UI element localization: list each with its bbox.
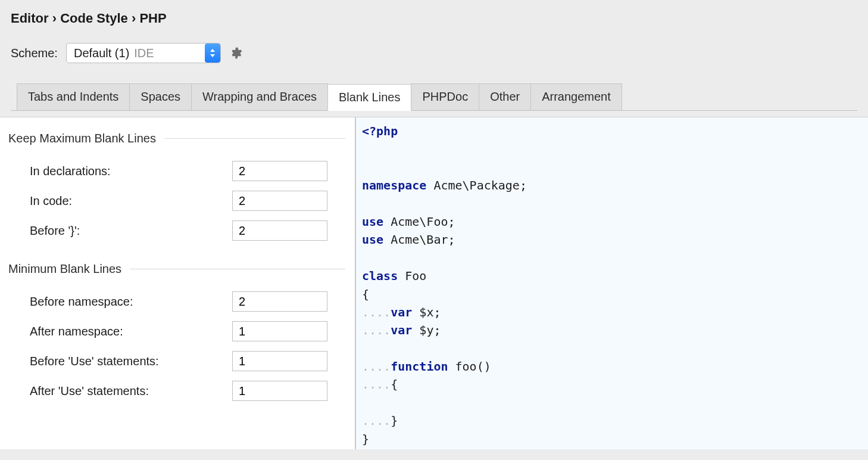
section-title-text: Keep Maximum Blank Lines (8, 132, 156, 145)
tab-phpdoc[interactable]: PHPDoc (411, 83, 479, 110)
tab-wrapping-and-braces[interactable]: Wrapping and Braces (191, 83, 328, 110)
gear-icon[interactable] (229, 46, 242, 60)
code-block: <?php namespace Acme\Package; use Acme\F… (362, 122, 862, 448)
tab-spaces[interactable]: Spaces (129, 83, 192, 110)
tab-bar: Tabs and Indents Spaces Wrapping and Bra… (11, 83, 857, 111)
section-divider (130, 269, 345, 269)
scheme-label: Scheme: (11, 46, 58, 60)
tab-blank-lines[interactable]: Blank Lines (327, 84, 411, 111)
input-after-use[interactable] (232, 381, 327, 401)
section-minimum: Minimum Blank Lines (8, 262, 345, 276)
tab-tabs-and-indents[interactable]: Tabs and Indents (17, 83, 130, 110)
label-in-code: In code: (30, 194, 232, 208)
tab-other[interactable]: Other (479, 83, 531, 110)
breadcrumb-seg-codestyle: Code Style (60, 11, 128, 26)
input-before-brace[interactable] (232, 220, 327, 241)
section-keep-maximum: Keep Maximum Blank Lines (8, 132, 345, 145)
breadcrumb-sep: › (132, 11, 136, 26)
chevron-up-down-icon[interactable] (205, 43, 220, 63)
label-after-namespace: After namespace: (30, 325, 232, 338)
breadcrumb-seg-php: PHP (139, 11, 166, 26)
label-after-use: After 'Use' statements: (30, 384, 232, 398)
label-before-namespace: Before namespace: (30, 295, 232, 309)
input-after-namespace[interactable] (232, 321, 327, 341)
scheme-scope: IDE (134, 46, 154, 60)
scheme-select[interactable]: Default (1) IDE (66, 43, 221, 63)
scheme-value: Default (1) (74, 46, 129, 60)
breadcrumb-sep: › (52, 11, 57, 26)
label-in-declarations: In declarations: (30, 164, 232, 178)
section-divider (164, 138, 345, 139)
label-before-use: Before 'Use' statements: (30, 355, 232, 368)
breadcrumb: Editor › Code Style › PHP (11, 11, 857, 26)
settings-pane: Keep Maximum Blank Lines In declarations… (0, 117, 356, 449)
code-preview: <?php namespace Acme\Package; use Acme\F… (356, 117, 868, 449)
label-before-brace: Before '}': (30, 224, 232, 238)
input-in-declarations[interactable] (232, 161, 327, 181)
breadcrumb-seg-editor: Editor (11, 11, 49, 26)
section-title-text: Minimum Blank Lines (8, 262, 121, 276)
input-before-namespace[interactable] (232, 291, 327, 312)
tab-arrangement[interactable]: Arrangement (530, 83, 622, 110)
input-before-use[interactable] (232, 351, 327, 371)
input-in-code[interactable] (232, 191, 327, 211)
